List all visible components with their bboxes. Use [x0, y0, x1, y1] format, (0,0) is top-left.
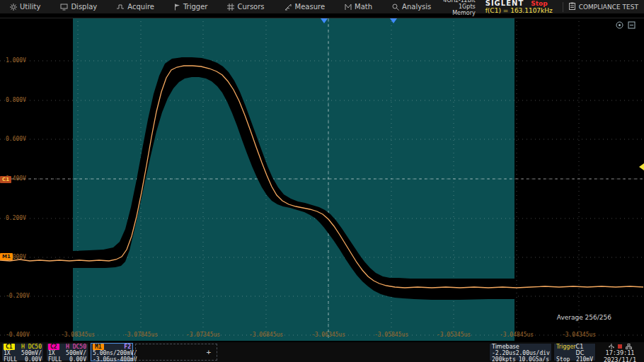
menu-measure[interactable]: Measure — [275, 0, 335, 13]
divider — [563, 2, 563, 12]
trigger-level: 210mV — [576, 356, 593, 362]
math-descriptor-m1[interactable]: M1F2 5.00ns/200mV/ -3.06us-400mV — [91, 343, 133, 361]
trigger-source: C1 DC — [576, 344, 593, 356]
clock[interactable]: 17:39:11 2023/11/1 — [597, 343, 643, 361]
flag-icon — [174, 4, 180, 11]
c1-offset: 0.00V — [25, 356, 42, 362]
c1-bandwidth: FULL — [4, 356, 17, 362]
menu-label: Utility — [20, 3, 40, 11]
memory-label: 1Gpts Memory — [441, 4, 475, 16]
channel-descriptor-c1[interactable]: C1H DC50 1X500mV/ FULL0.00V — [1, 343, 44, 361]
menu-acquire[interactable]: Acquire — [107, 0, 164, 13]
timebase-samplerate: 10.0GSa/s — [519, 356, 549, 362]
m1-tag: M1 — [93, 344, 104, 350]
acquire-icon — [117, 4, 125, 11]
plus-icon: + — [206, 348, 211, 357]
waveform-svg — [0, 18, 644, 341]
m1-delay: -3.06us — [93, 356, 117, 362]
add-trace-button[interactable]: + — [135, 344, 217, 361]
menu-label: Trigger — [183, 3, 208, 11]
clock-time: 17:39:11 — [597, 349, 643, 356]
brand-block: SIGLENT Stop f(C1) = 163.1107kHz — [485, 0, 553, 14]
display-icon — [60, 4, 68, 11]
menu-label: Acquire — [127, 3, 154, 11]
menu-right: 4GHz-12Bit 1Gpts Memory SIGLENT Stop f(C… — [441, 0, 644, 13]
math-icon — [345, 4, 352, 11]
menu-trigger[interactable]: Trigger — [164, 0, 218, 13]
c2-bandwidth: FULL — [48, 356, 62, 362]
c1-ground-marker[interactable]: C1 — [0, 176, 11, 183]
trigger-mode: Stop — [556, 356, 570, 362]
timebase-points: 200kpts — [492, 356, 516, 362]
m1-tdiv: 5.00ns/ — [93, 350, 117, 356]
c2-tag: C2 — [48, 344, 59, 350]
gear-icon — [10, 4, 17, 11]
statusbar-spacer — [219, 342, 488, 362]
menu-items: Utility Display Acquire Trigger Cursors … — [0, 0, 441, 13]
status-bar: C1H DC50 1X500mV/ FULL0.00V C2H DC50 1X5… — [0, 342, 644, 362]
m1-ground-marker[interactable]: M1 — [0, 253, 13, 260]
plot-toolbar — [616, 21, 636, 29]
c2-attenuation: 1X — [48, 350, 55, 356]
m1-vdiv: 200mV/ — [117, 350, 137, 356]
timebase-delay: -2.20us — [492, 350, 516, 356]
c2-scale: 500mV/ — [66, 350, 86, 356]
menu-cursors[interactable]: Cursors — [217, 0, 274, 13]
c1-coupling: H DC50 — [21, 344, 42, 350]
trigger-title: Trigger — [556, 344, 576, 356]
menu-label: Analysis — [402, 3, 431, 11]
menu-label: Math — [355, 3, 372, 11]
measure-icon — [284, 4, 292, 11]
system-info: 4GHz-12Bit 1Gpts Memory — [441, 0, 475, 16]
zoom-icon[interactable] — [628, 21, 636, 29]
menu-label: Cursors — [237, 3, 264, 11]
menu-analysis[interactable]: Analysis — [382, 0, 441, 13]
analysis-icon — [392, 4, 399, 11]
acquisition-status[interactable]: Stop — [531, 0, 547, 7]
timebase-descriptor[interactable]: Timebase -2.20us2.00us/div 200kpts10.0GS… — [489, 343, 552, 361]
compliance-label: COMPLIANCE TEST — [579, 4, 638, 11]
waveform-display[interactable]: 1.000V0.800V0.600V0.400V0.200V0.000V-0.2… — [0, 18, 644, 340]
trigger-descriptor[interactable]: TriggerC1 DC Stop210mV PulseNegative — [553, 343, 596, 361]
oscilloscope-screen: Utility Display Acquire Trigger Cursors … — [0, 0, 644, 362]
c1-attenuation: 1X — [4, 350, 11, 356]
compliance-test-button[interactable]: COMPLIANCE TEST — [569, 2, 644, 11]
m1-offset: -400mV — [117, 356, 137, 362]
c1-scale: 500mV/ — [21, 350, 42, 356]
timebase-title: Timebase — [492, 344, 519, 350]
brand-logo: SIGLENT — [485, 0, 524, 7]
alert-icon — [617, 344, 623, 349]
menu-display[interactable]: Display — [50, 0, 107, 13]
average-count-readout: Average 256/256 — [557, 314, 611, 321]
clipboard-icon — [569, 2, 575, 11]
trigger-level-marker[interactable] — [639, 163, 644, 170]
channel-descriptor-c2[interactable]: C2H DC50 1X500mV/ FULL0.00V — [46, 343, 88, 361]
timebase-scale: 2.00us/div — [516, 350, 550, 356]
menu-label: Display — [71, 3, 97, 11]
m1-source: F2 — [124, 344, 131, 350]
snapshot-icon[interactable] — [616, 21, 623, 29]
menu-label: Measure — [295, 3, 326, 11]
c2-offset: 0.00V — [69, 356, 86, 362]
menu-bar: Utility Display Acquire Trigger Cursors … — [0, 0, 644, 14]
cursors-icon — [227, 4, 234, 11]
delay-reference-marker[interactable] — [390, 18, 397, 23]
usb-icon — [609, 344, 614, 349]
menu-math[interactable]: Math — [335, 0, 382, 13]
menu-utility[interactable]: Utility — [0, 0, 50, 13]
status-icons — [597, 344, 643, 349]
lan-icon — [626, 344, 632, 349]
frequency-counter: f(C1) = 163.1107kHz — [485, 7, 553, 14]
c1-tag: C1 — [4, 344, 15, 350]
clock-date: 2023/11/1 — [597, 356, 643, 362]
trigger-position-marker[interactable] — [321, 18, 328, 23]
c2-coupling: H DC50 — [66, 344, 86, 350]
